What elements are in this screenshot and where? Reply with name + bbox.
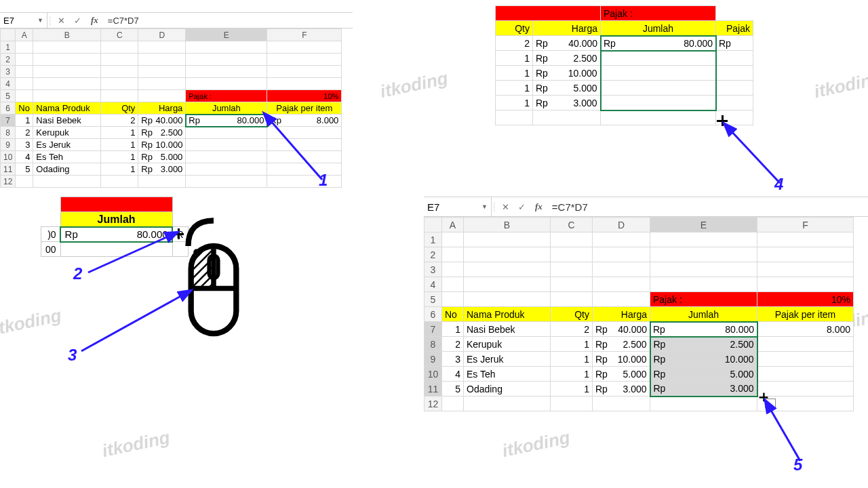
select-all-corner[interactable] xyxy=(425,218,442,232)
th-qty: Qty xyxy=(101,102,138,115)
panel-top-right: Pajak : Qty Harga Jumlah Pajak 2 Rp40.00… xyxy=(495,5,753,125)
col-header[interactable]: C xyxy=(101,29,138,41)
th-harga: Harga xyxy=(138,102,186,115)
fx-icon[interactable]: fx xyxy=(530,201,548,212)
panel-mid-zoom: Jumlah )0 Rp80.000 R 00 xyxy=(41,197,189,257)
fx-icon[interactable]: fx xyxy=(85,15,104,26)
marker-3: 3 xyxy=(68,346,77,365)
name-box[interactable]: E7 ▼ xyxy=(424,197,492,216)
name-box[interactable]: E7 ▼ xyxy=(0,13,47,28)
confirm-icon[interactable]: ✓ xyxy=(513,202,530,212)
th-no: No xyxy=(16,102,33,115)
spreadsheet-grid[interactable]: A B C D E F 1 2 3 4 5 Pajak : 10% 6 No N… xyxy=(0,28,342,188)
cancel-icon[interactable]: ✕ xyxy=(53,16,69,26)
formula-bar: E7 ▼ ┆ ✕ ✓ fx =C7*D7 xyxy=(424,197,868,217)
pajak-label: Pajak : xyxy=(186,90,267,102)
selected-cell[interactable]: Rp80.000 xyxy=(186,115,267,127)
panel-bottom-right: E7 ▼ ┆ ✕ ✓ fx =C7*D7 A B C D E F 1 2 3 4… xyxy=(424,197,868,411)
select-all-corner[interactable] xyxy=(1,29,16,41)
col-header[interactable]: A xyxy=(16,29,33,41)
marker-4: 4 xyxy=(774,175,783,194)
marker-2: 2 xyxy=(73,264,82,283)
panel-1: E7 ▼ ┆ ✕ ✓ fx =C7*D7 A B C D E F 1 2 3 4… xyxy=(0,12,353,188)
svg-line-14 xyxy=(81,295,183,351)
formula-input[interactable]: =C7*D7 xyxy=(548,201,868,213)
selected-cell[interactable]: Rp80.000 xyxy=(60,227,172,242)
th-jumlah: Jumlah xyxy=(60,212,172,227)
watermark: itkoding xyxy=(812,68,868,102)
watermark: itkoding xyxy=(378,68,450,102)
watermark: itkoding xyxy=(0,305,63,340)
th-nama: Nama Produk xyxy=(33,102,101,115)
mouse-icon xyxy=(180,202,248,358)
pajak-percent: 10% xyxy=(267,90,342,102)
dropdown-icon[interactable]: ▼ xyxy=(37,17,43,24)
confirm-icon[interactable]: ✓ xyxy=(69,16,85,26)
svg-line-15 xyxy=(770,408,800,461)
th-pajak: Pajak per item xyxy=(267,102,342,115)
col-header[interactable]: D xyxy=(138,29,186,41)
selected-cell[interactable]: Rp80.000 xyxy=(601,36,716,51)
fill-handle-cursor-icon xyxy=(717,115,728,126)
col-header[interactable]: E xyxy=(186,29,267,41)
spreadsheet-grid[interactable]: A B C D E F 1 2 3 4 5 Pajak : 10% 6 No N… xyxy=(424,217,854,411)
watermark: itkoding xyxy=(500,427,572,462)
marker-5: 5 xyxy=(793,455,802,474)
svg-line-1 xyxy=(730,130,780,183)
dropdown-icon[interactable]: ▼ xyxy=(481,203,488,210)
th-jumlah: Jumlah xyxy=(186,102,267,115)
cancel-icon[interactable]: ✕ xyxy=(497,202,513,212)
formula-input[interactable]: =C7*D7 xyxy=(104,16,353,26)
col-header[interactable]: B xyxy=(33,29,101,41)
autofill-options-button[interactable] xyxy=(765,399,776,408)
cell-reference: E7 xyxy=(3,16,14,26)
selected-cell[interactable]: Rp80.000 xyxy=(650,322,757,337)
watermark: itkoding xyxy=(100,427,172,462)
arrow-4 xyxy=(722,122,797,197)
formula-bar: E7 ▼ ┆ ✕ ✓ fx =C7*D7 xyxy=(0,12,353,28)
marker-1: 1 xyxy=(319,171,328,190)
col-header[interactable]: F xyxy=(267,29,342,41)
